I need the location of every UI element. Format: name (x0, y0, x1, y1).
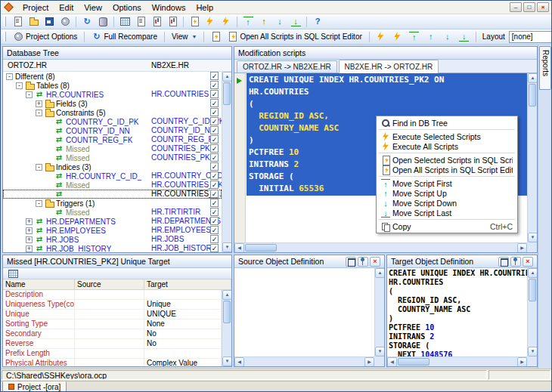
menu-windows[interactable]: Windows (147, 2, 191, 14)
tree-row[interactable]: -Indices (3)✓ (3, 162, 222, 171)
move-script-first-button[interactable]: ↑ (240, 15, 256, 29)
maximize-panel-button[interactable] (346, 257, 356, 267)
object-definition-window-button[interactable] (149, 15, 164, 29)
source-definition-body[interactable] (234, 268, 374, 357)
tree-row[interactable]: ⇄COUNTRY_C_ID_PKCOUNTRY_C_ID_PK✓ (3, 117, 222, 126)
scroll-left-button[interactable]: ◀ (387, 357, 397, 367)
tree-row-checkbox[interactable]: ✓ (210, 153, 219, 162)
move-script-down-button[interactable]: ↓ (440, 30, 455, 44)
move-script-last-button[interactable]: ↓ (457, 30, 472, 44)
menu-item-open-all-scripts-in-sql-script-editor[interactable]: Open All Scripts in SQL Script Editor (377, 165, 517, 174)
collapse-expander[interactable]: - (6, 73, 13, 80)
expand-expander[interactable]: + (26, 236, 33, 243)
target-vertical-scrollbar[interactable]: ▲ ▼ (527, 268, 537, 357)
tree-row[interactable]: +⇄HR.EMPLOYEESHR.EMPLOYEES✓ (3, 226, 222, 235)
menu-item-copy[interactable]: CopyCtrl+C (377, 221, 517, 231)
tree-row-selected[interactable]: ⇄HR.COUNTRIES_P...✓ (3, 190, 222, 199)
close-panel-button[interactable]: × (523, 257, 533, 267)
property-row-physical-attributes[interactable]: Physical AttributesComplex Value (3, 359, 222, 366)
tree-row-checkbox[interactable]: ✓ (210, 126, 219, 134)
tree-row-checkbox[interactable]: ✓ (210, 144, 219, 153)
tree-row-checkbox[interactable]: ✓ (210, 90, 219, 98)
scroll-up-button[interactable]: ▲ (222, 72, 232, 82)
sql-vertical-scrollbar[interactable]: ▲ ▼ (527, 73, 537, 242)
collapse-expander[interactable]: - (36, 164, 42, 171)
menu-project[interactable]: Project (17, 2, 54, 14)
scroll-left-button[interactable]: ◀ (234, 357, 244, 367)
tree-row-checkbox[interactable]: ✓ (210, 108, 219, 116)
target-horizontal-scrollbar[interactable]: ◀ ▶ (387, 357, 527, 366)
toolbar-grip[interactable] (4, 17, 6, 26)
save-project-button[interactable] (42, 15, 57, 29)
reports-window-button[interactable] (165, 15, 180, 29)
layout-select[interactable]: [none] ▼ (509, 31, 552, 43)
menu-item-open-selected-scripts-in-sql-script-editor[interactable]: Open Selected Scripts in SQL Script Edit… (377, 155, 517, 165)
tree-row[interactable]: +⇄HR.JOB_HISTORYHR.JOB_HISTORY✓ (3, 244, 222, 252)
project-options-button[interactable] (57, 15, 73, 29)
property-row-secondary[interactable]: SecondaryNo (3, 329, 222, 339)
close-button[interactable]: × (537, 2, 549, 12)
tree-row[interactable]: ⇄HR.COUNTRY_C_ID_HR.COUNTRY_C_ID...✓ (3, 171, 222, 181)
column-name[interactable]: Name (3, 279, 75, 289)
tree-row[interactable]: ⇄MissedHR.COUNTRIES_PK1✓ (3, 181, 222, 190)
scroll-right-button[interactable]: ▶ (517, 243, 527, 253)
tab-ortoz-to-nb2xe[interactable]: ORTOZ.HR -> NB2XE.HR (237, 60, 337, 73)
scroll-down-button[interactable]: ▼ (528, 347, 538, 357)
tree-column-left[interactable]: ORTOZ.HR (8, 61, 47, 69)
scroll-thumb[interactable] (245, 244, 277, 252)
tree-row[interactable]: -Constraints (5)✓ (3, 108, 222, 117)
property-row-unique[interactable]: UniqueUNIQUE (3, 310, 222, 319)
menu-edit[interactable]: Edit (54, 2, 79, 14)
menu-item-move-script-first[interactable]: ↑Move Script First (377, 178, 517, 188)
property-row-sorting-type[interactable]: Sorting TypeNone (3, 319, 222, 329)
tree-row[interactable]: -Different (8)✓ (3, 72, 222, 81)
open-project-button[interactable] (26, 15, 41, 29)
scroll-down-button[interactable]: ▼ (222, 242, 232, 252)
grid-scrollbar[interactable]: ▲ ▼ (222, 290, 231, 366)
tree-row-checkbox[interactable]: ✓ (210, 117, 219, 125)
tree-row[interactable]: +Fields (3)✓ (3, 99, 222, 108)
menu-item-find-in-db-tree[interactable]: Find in DB Tree (377, 118, 517, 128)
expand-expander[interactable]: + (26, 245, 33, 252)
tree-row-checkbox[interactable]: ✓ (210, 208, 219, 216)
scroll-right-button[interactable]: ▶ (364, 357, 374, 367)
expand-expander[interactable]: + (26, 218, 33, 225)
move-script-last-button[interactable]: ↓ (288, 15, 303, 29)
execute-selected-scripts-button[interactable] (374, 30, 389, 44)
menu-item-execute-selected-scripts[interactable]: Execute Selected Scripts (377, 131, 517, 141)
scroll-thumb[interactable] (529, 84, 536, 106)
scroll-left-button[interactable]: ◀ (234, 243, 244, 253)
expand-expander[interactable]: + (36, 100, 42, 107)
scroll-down-button[interactable]: ▼ (222, 357, 232, 366)
help-button[interactable]: ? (310, 15, 325, 29)
tree-row[interactable]: ⇄COUNTR_REG_FKCOUNTR_REG_FK✓ (3, 135, 222, 144)
project-options-button[interactable]: Project Options (11, 30, 80, 44)
property-row-uniqueness-type-co[interactable]: Uniqueness Type(coUnique (3, 300, 222, 310)
menu-view[interactable]: View (79, 2, 107, 14)
sql-horizontal-scrollbar[interactable]: ◀ ▶ (234, 242, 527, 252)
scroll-down-button[interactable]: ▼ (528, 233, 538, 242)
view-dropdown-button[interactable]: View ▼ (169, 30, 200, 44)
scroll-up-button[interactable]: ▲ (222, 290, 232, 300)
menu-item-move-script-up[interactable]: ↑Move Script Up (377, 188, 517, 198)
menu-options[interactable]: Options (107, 2, 147, 14)
sql-script-editor-button[interactable] (187, 15, 202, 29)
tree-scrollbar[interactable]: ▲ ▼ (222, 72, 231, 252)
tree-row[interactable]: +⇄HR.DEPARTMENTSHR.DEPARTMENTS✓ (3, 217, 222, 226)
scroll-up-button[interactable]: ▲ (528, 73, 538, 83)
toolbar-grip[interactable] (4, 32, 6, 42)
database-tree-window-button[interactable] (117, 15, 132, 29)
scroll-thumb[interactable] (398, 358, 430, 366)
tree-row[interactable]: ⇄MissedCOUNTRIES_PK1✓ (3, 144, 222, 153)
minimize-button[interactable]: – (510, 2, 522, 12)
tree-row-checkbox[interactable]: ✓ (210, 226, 219, 234)
move-script-down-button[interactable]: ↓ (272, 15, 287, 29)
close-panel-button[interactable]: × (370, 257, 380, 267)
property-row-reverse[interactable]: ReverseNo (3, 339, 222, 349)
move-script-up-button[interactable]: ↑ (423, 30, 439, 44)
tree-row[interactable]: -⇄HR.COUNTRIESHR.COUNTRIES✓ (3, 90, 222, 99)
tree-row-checkbox[interactable]: ✓ (210, 181, 219, 189)
database-registration-button[interactable] (95, 15, 110, 29)
tree-row-checkbox[interactable]: ✓ (210, 99, 219, 107)
menu-item-move-script-last[interactable]: ↓Move Script Last (377, 208, 517, 218)
